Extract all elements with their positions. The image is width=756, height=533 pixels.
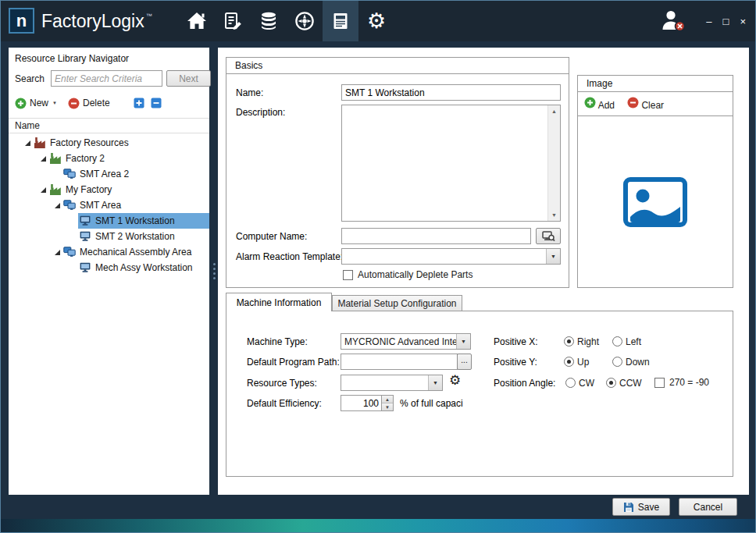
angle-270-checkbox[interactable] [654, 378, 665, 388]
scroll-up-icon[interactable]: ▲ [548, 105, 560, 117]
program-path-browse-button[interactable]: ... [457, 354, 472, 370]
selection-highlight[interactable]: SMT 1 Workstation [78, 213, 209, 229]
new-button[interactable]: New ▼ [15, 98, 57, 109]
tree-item[interactable]: SMT 2 Workstation [9, 229, 209, 244]
tracking-icon[interactable] [287, 1, 323, 41]
clear-image-button[interactable]: Clear [627, 97, 664, 111]
window-controls: – □ × [706, 1, 746, 41]
alarm-template-select[interactable]: ▼ [341, 248, 561, 265]
save-button[interactable]: Save [612, 498, 670, 516]
settings-gear-icon[interactable]: ⚙ [358, 1, 394, 41]
resource-types-gear-icon[interactable]: ⚙ [449, 373, 461, 389]
area-icon [63, 247, 77, 258]
add-image-button[interactable]: Add [584, 97, 615, 111]
close-button[interactable]: × [740, 16, 746, 27]
program-path-input[interactable] [341, 354, 458, 370]
name-input[interactable] [341, 84, 561, 101]
home-icon[interactable] [179, 1, 215, 41]
maximize-button[interactable]: □ [723, 16, 729, 27]
resource-types-select[interactable]: ▼ [341, 375, 443, 391]
chevron-down-icon[interactable]: ▼ [428, 375, 442, 390]
workstation-icon [79, 215, 92, 226]
machine-information-panel: Machine Type: MYCRONIC Advanced Inte ▼ D… [226, 311, 733, 477]
scroll-down-icon[interactable]: ▼ [548, 209, 560, 221]
new-dropdown-caret-icon[interactable]: ▼ [52, 101, 57, 105]
app-logo: n [9, 8, 34, 34]
app-window: n FactoryLogix ™ ⚙ – □ × Resource Librar… [0, 0, 756, 533]
production-icon[interactable] [215, 1, 251, 41]
name-label: Name: [236, 87, 263, 98]
image-placeholder-icon [622, 176, 688, 228]
tree-expander-icon[interactable] [52, 244, 62, 260]
positive-y-label: Positive Y: [494, 357, 537, 368]
tree-item[interactable]: Factory 2 [9, 151, 209, 166]
tree-expander-icon[interactable] [38, 151, 48, 166]
stepper-down-icon[interactable]: ▼ [382, 403, 393, 410]
remove-circle-icon [627, 97, 639, 108]
tree-expander-icon[interactable] [23, 135, 33, 151]
description-input[interactable] [342, 105, 547, 221]
factory-icon [49, 184, 62, 195]
radio-positive-x-left[interactable]: Left [612, 333, 641, 350]
save-icon [623, 502, 634, 513]
alarm-template-label: Alarm Reaction Template: [236, 251, 343, 262]
resource-library-navigator: Resource Library Navigator Search Next N… [9, 48, 209, 495]
collapse-all-button[interactable] [151, 98, 162, 108]
tree-item[interactable]: SMT Area 2 [9, 166, 209, 182]
expand-all-button[interactable] [134, 98, 144, 108]
image-preview-area[interactable] [578, 116, 733, 287]
search-input[interactable] [51, 70, 162, 87]
tree-expander-icon[interactable] [52, 197, 62, 213]
browse-computer-button[interactable] [536, 228, 561, 244]
delete-button[interactable]: Delete [68, 98, 110, 109]
factory-icon [34, 137, 47, 148]
tree-item[interactable]: Mechanical Assembly Area [9, 244, 209, 260]
next-button[interactable]: Next [166, 70, 211, 87]
database-icon[interactable] [251, 1, 287, 41]
stepper-up-icon[interactable]: ▲ [382, 396, 393, 403]
radio-positive-x-right[interactable]: Right [564, 333, 599, 350]
chevron-down-icon[interactable]: ▼ [456, 334, 470, 349]
radio-positive-y-down[interactable]: Down [612, 354, 650, 370]
detail-panel: Basics Name: Description: ▲ ▼ Computer N… [218, 48, 749, 495]
resource-types-label: Resource Types: [247, 378, 317, 389]
navigator-toolbar: New ▼ Delete [9, 93, 209, 113]
angle-270-option: 270 = -90 [654, 377, 709, 388]
tree-item[interactable]: My Factory [9, 182, 209, 197]
tree-expander-spacer [68, 260, 78, 275]
expand-all-icon [134, 98, 144, 108]
tree-item[interactable]: SMT Area [9, 197, 209, 213]
chevron-down-icon[interactable]: ▼ [546, 249, 560, 264]
splitter-grip-icon [213, 263, 216, 279]
machine-type-select[interactable]: MYCRONIC Advanced Inte ▼ [341, 333, 471, 350]
computer-name-input[interactable] [341, 228, 531, 244]
app-brand: FactoryLogix ™ [41, 1, 152, 41]
add-circle-icon [15, 98, 27, 109]
stepper-buttons: ▲ ▼ [381, 396, 393, 410]
radio-position-angle-ccw[interactable]: CCW [606, 375, 642, 391]
user-logout-icon[interactable] [661, 9, 686, 34]
cancel-button[interactable]: Cancel [679, 498, 737, 516]
tab-material-setup-configuration[interactable]: Material Setup Configuration [332, 295, 462, 311]
image-group-header: Image [578, 76, 733, 92]
resources-icon[interactable] [323, 1, 358, 41]
positive-x-label: Positive X: [494, 336, 538, 347]
tree-item[interactable]: Mech Assy Workstation [9, 260, 209, 275]
tree-item-selected[interactable]: SMT 1 Workstation [9, 213, 209, 229]
description-scrollbar[interactable]: ▲ ▼ [547, 105, 560, 221]
angle-270-label: 270 = -90 [669, 377, 709, 388]
panel-splitter[interactable] [210, 48, 218, 495]
minimize-button[interactable]: – [706, 16, 711, 27]
deplete-parts-checkbox[interactable] [343, 270, 353, 280]
logo-letter: n [16, 11, 27, 31]
tree-item[interactable]: Factory Resources [9, 135, 209, 151]
main-nav: ⚙ [179, 1, 394, 41]
basics-group-header: Basics [226, 58, 569, 74]
description-field: ▲ ▼ [341, 105, 561, 222]
machine-type-label: Machine Type: [247, 336, 308, 347]
efficiency-input[interactable] [341, 396, 381, 410]
tab-machine-information[interactable]: Machine Information [226, 293, 332, 311]
tree-expander-icon[interactable] [38, 182, 48, 197]
radio-positive-y-up[interactable]: Up [564, 354, 589, 370]
radio-position-angle-cw[interactable]: CW [565, 375, 594, 391]
